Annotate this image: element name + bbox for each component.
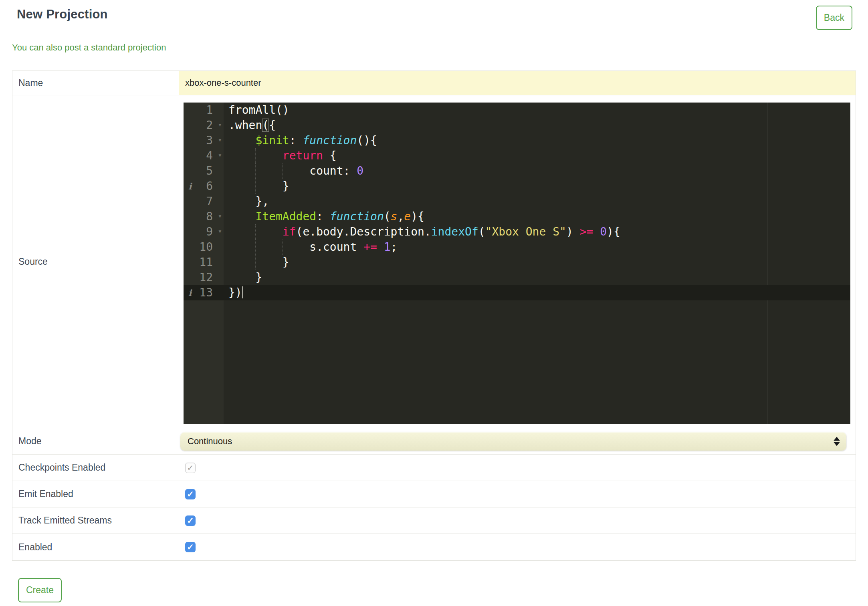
code-line: count: 0	[224, 163, 850, 179]
arrow-up-icon	[834, 437, 840, 441]
fold-arrow-icon[interactable]: ▾	[218, 223, 222, 239]
code-line: .when({	[224, 118, 850, 133]
emit-enabled-checkbox[interactable]	[185, 489, 196, 499]
indent-guide	[255, 163, 256, 179]
fold-arrow-icon[interactable]: ▾	[218, 132, 222, 147]
mode-label: Mode	[12, 428, 179, 454]
code-token: :	[316, 210, 323, 223]
fold-arrow-icon[interactable]: ▾	[218, 117, 222, 132]
code-token: if	[283, 225, 296, 238]
code-token: .when	[228, 119, 262, 132]
code-token: ){	[411, 210, 424, 223]
code-token: {	[269, 119, 276, 132]
new-projection-page: New Projection Back You can also post a …	[0, 0, 868, 602]
text-cursor	[242, 286, 243, 298]
code-token: (	[384, 210, 391, 223]
source-editor[interactable]: 12▾3▾4▾5i678▾9▾101112i13 fromAll().when(…	[184, 103, 850, 424]
indent-spaces	[228, 240, 309, 254]
code-token: (){	[357, 134, 377, 147]
code-token: +=	[363, 240, 377, 254]
checkpoints-enabled-row: Checkpoints Enabled	[12, 455, 856, 481]
line-number: 5	[206, 164, 213, 177]
code-token: e	[404, 210, 411, 223]
code-token	[296, 134, 303, 147]
create-button[interactable]: Create	[18, 578, 62, 602]
enabled-cell	[179, 534, 856, 560]
page-header: New Projection Back	[12, 6, 856, 38]
line-number: 11	[199, 256, 213, 269]
name-label: Name	[12, 71, 179, 95]
code-token: (	[478, 225, 485, 238]
gutter-line: 4▾	[184, 148, 224, 163]
code-token: ;	[391, 240, 398, 254]
code-token	[323, 210, 330, 223]
indent-guide	[255, 224, 256, 240]
code-token	[573, 225, 580, 238]
checkpoints-enabled-checkbox	[185, 463, 196, 473]
mode-value-cell: Continuous	[179, 428, 856, 454]
code-line: }	[224, 255, 850, 270]
code-line: if(e.body.Description.indexOf("Xbox One …	[224, 224, 850, 240]
standard-projection-link[interactable]: You can also post a standard projection	[12, 42, 856, 53]
code-token: count:	[309, 164, 357, 177]
code-token: function	[303, 134, 357, 147]
code-token: }	[283, 179, 289, 193]
line-number: 12	[199, 271, 213, 284]
track-emitted-streams-checkbox[interactable]	[185, 515, 196, 526]
indent-guide	[255, 179, 256, 194]
code-token: {	[323, 149, 337, 162]
code-line: $init: function(){	[224, 133, 850, 148]
editor-code-pane[interactable]: fromAll().when({ $init: function(){ retu…	[224, 103, 850, 424]
gutter-line: 2▾	[184, 118, 224, 133]
gutter-line: i13	[184, 285, 224, 300]
line-number: 6	[206, 179, 213, 193]
name-row: Name	[12, 71, 856, 95]
indent-spaces	[228, 271, 255, 284]
info-icon: i	[188, 285, 192, 300]
name-value-cell	[179, 71, 856, 95]
code-token: >=	[580, 225, 593, 238]
emit-enabled-cell	[179, 481, 856, 507]
gutter-line: 1	[184, 103, 224, 118]
line-number: 1	[206, 103, 213, 117]
gutter-line: 5	[184, 163, 224, 179]
fold-arrow-icon[interactable]: ▾	[218, 147, 222, 163]
code-token: (e.body.Description.	[296, 225, 431, 238]
code-token: fromAll()	[228, 103, 289, 117]
code-line: ItemAdded: function(s,e){	[224, 209, 850, 224]
back-button[interactable]: Back	[816, 6, 852, 30]
enabled-checkbox[interactable]	[185, 542, 196, 552]
fold-arrow-icon[interactable]: ▾	[218, 208, 222, 223]
source-label: Source	[12, 95, 179, 428]
checkpoints-enabled-label: Checkpoints Enabled	[12, 455, 179, 481]
gutter-line: 8▾	[184, 209, 224, 224]
arrow-down-icon	[834, 442, 840, 446]
indent-guide	[282, 240, 283, 255]
code-line: },	[224, 194, 850, 209]
code-token: ,	[397, 210, 404, 223]
line-number: 3	[206, 134, 213, 147]
gutter-line: 12	[184, 270, 224, 285]
track-emitted-streams-label: Track Emitted Streams	[12, 507, 179, 534]
code-token	[377, 240, 384, 254]
code-token: (	[262, 119, 269, 132]
code-token: },	[255, 195, 269, 208]
line-number: 13	[199, 286, 213, 299]
emit-enabled-label: Emit Enabled	[12, 481, 179, 507]
line-number: 10	[199, 240, 213, 254]
gutter-line: 7	[184, 194, 224, 209]
editor-gutter: 12▾3▾4▾5i678▾9▾101112i13	[184, 103, 224, 424]
name-input[interactable]	[179, 71, 856, 95]
indent-spaces	[228, 134, 255, 147]
page-title: New Projection	[17, 7, 108, 22]
checkpoints-enabled-cell	[179, 455, 856, 481]
code-line: fromAll()	[224, 103, 850, 118]
mode-select[interactable]: Continuous	[180, 432, 846, 451]
line-number: 7	[206, 195, 213, 208]
code-token: $init	[255, 134, 289, 147]
enabled-row: Enabled	[12, 534, 856, 560]
code-line: return {	[224, 148, 850, 163]
gutter-line: i6	[184, 179, 224, 194]
indent-guide	[255, 240, 256, 255]
code-token: }	[283, 256, 289, 269]
